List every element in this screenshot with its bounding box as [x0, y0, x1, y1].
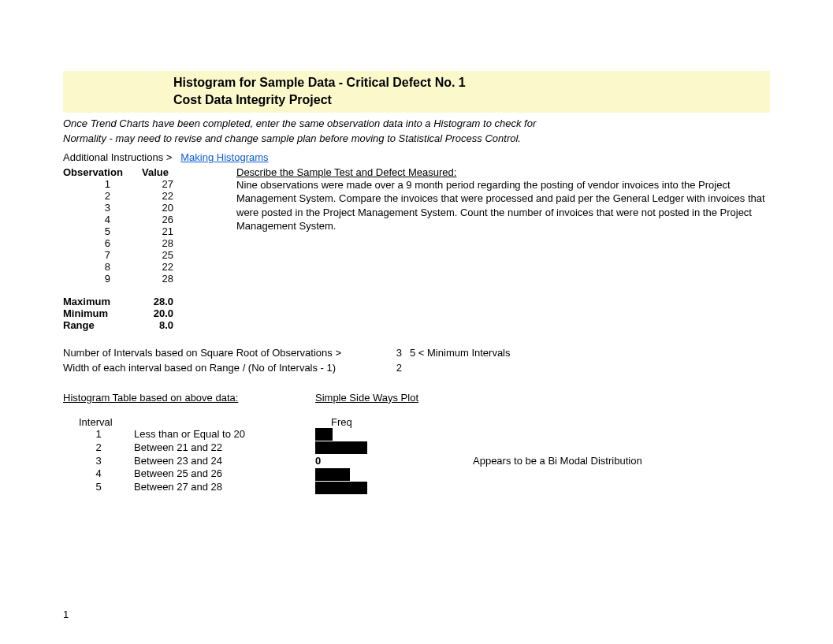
observation-row: 426	[63, 214, 189, 225]
hist-row: 1Less than or Equal to 201	[63, 428, 770, 441]
calc-line2-text: Width of each interval based on Range / …	[63, 360, 386, 376]
max-value: 28.0	[142, 296, 189, 307]
interval-number: 1	[63, 428, 134, 441]
observation-table: Observation Value 1272223204265216287258…	[63, 166, 189, 331]
describe-body: Nine observations were made over a 9 mon…	[236, 178, 770, 233]
hist-headers: Histogram Table based on above data: Sim…	[63, 392, 770, 404]
intro-block: Once Trend Charts have been completed, e…	[63, 116, 770, 147]
min-label: Minimum	[63, 307, 142, 319]
calc-line1-rest: 5 < Minimum Intervals	[402, 345, 511, 361]
freq-bar-cell: 0	[315, 455, 473, 467]
max-label: Maximum	[63, 296, 142, 307]
observation-value: 28	[142, 237, 189, 249]
observation-row: 725	[63, 249, 189, 261]
observation-number: 3	[63, 202, 142, 214]
observation-number: 8	[63, 261, 142, 273]
observation-value: 26	[142, 214, 189, 225]
interval-label: Interval	[63, 416, 150, 428]
observation-header: Observation Value	[63, 166, 189, 178]
page-number: 1	[63, 609, 69, 620]
observation-number: 5	[63, 225, 142, 237]
freq-bar-cell: 3	[315, 482, 473, 494]
calc-line2-num: 2	[386, 360, 402, 376]
freq-bar	[315, 468, 350, 481]
calc-line1-num: 3	[386, 345, 402, 361]
instructions-line: Additional Instructions > Making Histogr…	[63, 151, 770, 163]
range-label: Range	[63, 319, 142, 331]
hist-row: 4Between 25 and 262	[63, 467, 770, 481]
observation-value: 22	[142, 261, 189, 273]
interval-number: 2	[63, 441, 134, 455]
hist-row: 5Between 27 and 283	[63, 481, 770, 494]
calc-line1-text: Number of Intervals based on Square Root…	[63, 345, 386, 361]
stats-block: Maximum 28.0 Minimum 20.0 Range 8.0	[63, 296, 189, 331]
observation-row: 521	[63, 225, 189, 237]
title-line-2: Cost Data Integrity Project	[173, 91, 770, 109]
observation-value: 20	[142, 202, 189, 214]
range-value: 8.0	[142, 319, 189, 331]
min-value: 20.0	[142, 307, 189, 319]
interval-description: Less than or Equal to 20	[134, 428, 315, 441]
interval-description: Between 25 and 26	[134, 467, 315, 481]
intro-line-1: Once Trend Charts have been completed, e…	[63, 116, 770, 132]
freq-bar-cell: 2	[315, 468, 473, 481]
making-histograms-link[interactable]: Making Histograms	[180, 151, 268, 163]
freq-bar	[315, 441, 367, 454]
describe-header: Describe the Sample Test and Defect Meas…	[236, 166, 770, 178]
title-band: Histogram for Sample Data - Critical Def…	[63, 71, 770, 113]
intro-line-2: Normality - may need to revise and chang…	[63, 131, 770, 147]
observation-row: 222	[63, 190, 189, 202]
hist-subheaders: Interval Freq	[63, 416, 770, 428]
hist-row: 3Between 23 and 240Appears to be a Bi Mo…	[63, 455, 770, 468]
interval-description: Between 27 and 28	[134, 481, 315, 494]
observation-value: 27	[142, 178, 189, 190]
observation-number: 6	[63, 237, 142, 249]
observation-number: 9	[63, 273, 142, 285]
freq-bar-cell: 3	[315, 441, 473, 454]
observation-row: 628	[63, 237, 189, 249]
describe-block: Describe the Sample Test and Defect Meas…	[189, 166, 770, 331]
observation-number: 1	[63, 178, 142, 190]
freq-value: 3	[317, 494, 328, 508]
val-header-label: Value	[142, 166, 189, 178]
freq-bar-cell: 1	[315, 428, 473, 441]
observation-value: 21	[142, 225, 189, 237]
interval-description: Between 21 and 22	[134, 441, 315, 455]
hist-table-header: Histogram Table based on above data:	[63, 392, 315, 404]
interval-number: 3	[63, 455, 134, 468]
hist-row: 2Between 21 and 223	[63, 441, 770, 455]
obs-header-label: Observation	[63, 166, 142, 178]
observation-section: Observation Value 1272223204265216287258…	[63, 166, 770, 331]
observation-value: 22	[142, 190, 189, 202]
interval-number: 4	[63, 467, 134, 481]
freq-bar	[315, 428, 333, 441]
hist-note: Appears to be a Bi Modal Distribution	[473, 455, 770, 468]
observation-number: 7	[63, 249, 142, 261]
freq-label: Freq	[331, 416, 489, 428]
observation-number: 4	[63, 214, 142, 225]
observation-row: 822	[63, 261, 189, 273]
title-line-1: Histogram for Sample Data - Critical Def…	[173, 74, 770, 91]
observation-row: 127	[63, 178, 189, 190]
observation-row: 320	[63, 202, 189, 214]
instructions-label: Additional Instructions >	[63, 151, 172, 163]
observation-value: 28	[142, 273, 189, 285]
page: Histogram for Sample Data - Critical Def…	[0, 0, 833, 644]
calc-block: Number of Intervals based on Square Root…	[63, 345, 770, 376]
freq-bar	[315, 482, 367, 494]
observation-number: 2	[63, 190, 142, 202]
interval-number: 5	[63, 481, 134, 494]
freq-value: 0	[315, 455, 326, 468]
interval-description: Between 23 and 24	[134, 455, 315, 468]
hist-plot-header: Simple Side Ways Plot	[315, 392, 418, 404]
observation-row: 928	[63, 273, 189, 285]
observation-value: 25	[142, 249, 189, 261]
